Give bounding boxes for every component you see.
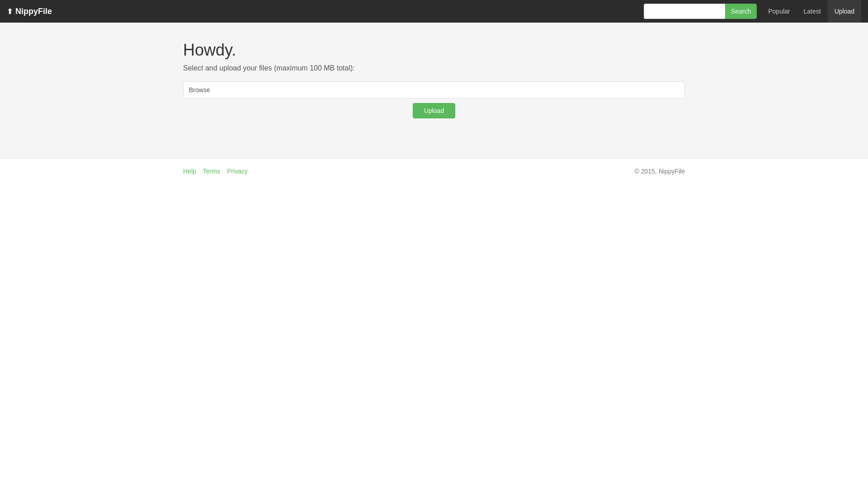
footer-link-help[interactable]: Help — [183, 168, 196, 175]
nav-links: Popular Latest Upload — [761, 0, 861, 23]
navbar: ⬆ NippyFile Search Popular Latest Upload — [0, 0, 868, 23]
nav-latest[interactable]: Latest — [797, 0, 827, 23]
footer-links: Help Terms Privacy — [183, 168, 248, 175]
footer-copyright: © 2015, NippyFile — [635, 168, 685, 175]
upload-btn-container: Upload — [183, 103, 685, 118]
navbar-right: Search Popular Latest Upload — [644, 0, 861, 23]
nav-popular[interactable]: Popular — [761, 0, 797, 23]
footer-link-privacy[interactable]: Privacy — [227, 168, 248, 175]
main-container: Howdy. Select and upload your files (max… — [176, 41, 692, 118]
search-button[interactable]: Search — [725, 4, 757, 19]
brand-label: NippyFile — [15, 7, 52, 16]
nav-upload[interactable]: Upload — [828, 0, 861, 23]
main-subheading: Select and upload your files (maximum 10… — [183, 64, 685, 72]
footer-wrapper: Help Terms Privacy © 2015, NippyFile — [0, 158, 868, 184]
footer-link-terms[interactable]: Terms — [203, 168, 220, 175]
upload-button[interactable]: Upload — [413, 103, 455, 118]
brand-logo[interactable]: ⬆ NippyFile — [7, 7, 52, 16]
browse-area[interactable]: Browse — [183, 81, 685, 99]
search-form: Search — [644, 4, 757, 19]
main-content: Howdy. Select and upload your files (max… — [0, 23, 868, 158]
footer: Help Terms Privacy © 2015, NippyFile — [176, 159, 692, 184]
search-input[interactable] — [644, 4, 725, 19]
brand-icon: ⬆ — [7, 7, 13, 16]
browse-label: Browse — [189, 86, 210, 94]
main-heading: Howdy. — [183, 41, 685, 60]
